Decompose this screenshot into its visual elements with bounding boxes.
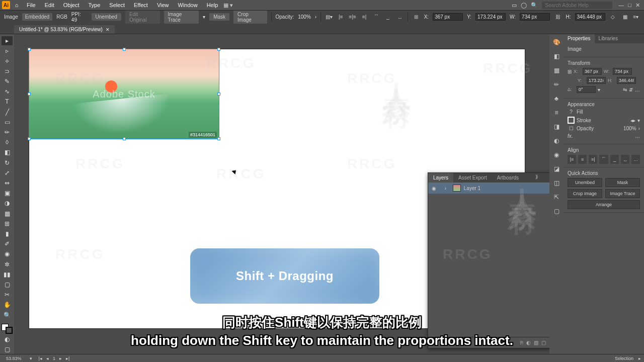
menu-edit[interactable]: Edit <box>41 1 58 9</box>
align-top-icon[interactable]: ⎴ <box>599 155 608 164</box>
stroke-weight-stepper[interactable]: ◂▸ <box>630 118 635 123</box>
color-panel-icon[interactable]: 🎨 <box>551 37 561 47</box>
canvas-viewport[interactable]: Adobe Stock #314416501 Layers Asset Expo… <box>14 34 549 354</box>
artboard-tool-icon[interactable]: ▢ <box>2 280 13 289</box>
layers-tab[interactable]: Layers <box>428 173 453 183</box>
unembed-button[interactable]: Unembed <box>568 178 602 187</box>
menu-type[interactable]: Type <box>85 1 104 9</box>
gradient-tool-icon[interactable]: ▮ <box>2 229 13 238</box>
x-input[interactable] <box>433 13 463 21</box>
menu-effect[interactable]: Effect <box>130 1 151 9</box>
angle-dropdown-icon[interactable]: ▾ <box>598 87 600 93</box>
first-artboard-icon[interactable]: |◂ <box>37 356 44 361</box>
artboard-number[interactable]: 1 <box>51 356 57 361</box>
scale-tool-icon[interactable]: ⤢ <box>2 168 13 177</box>
fill-stroke-swatches[interactable] <box>2 324 13 334</box>
resize-handle[interactable] <box>123 48 126 51</box>
symbol-sprayer-tool-icon[interactable]: ✲ <box>2 259 13 268</box>
opacity-dropdown-icon[interactable]: › <box>638 126 640 131</box>
reference-point-icon[interactable]: ⊞ <box>568 69 572 74</box>
lock-column[interactable] <box>440 186 442 191</box>
placed-image[interactable]: Adobe Stock #314416501 <box>29 49 219 139</box>
line-segment-tool-icon[interactable]: ╱ <box>2 107 13 116</box>
asset-export-tab[interactable]: Asset Export <box>453 173 492 183</box>
menu-object[interactable]: Object <box>60 1 83 9</box>
new-layer-icon[interactable]: ▢ <box>541 340 546 345</box>
zoom-dropdown-icon[interactable]: ▾ <box>30 356 32 361</box>
align-center-v-icon[interactable]: ⎯ <box>610 155 619 164</box>
layers-panel-icon[interactable]: ◫ <box>551 178 561 188</box>
isolation-mode-icon[interactable]: ▦ <box>621 13 629 21</box>
swatches-panel-icon[interactable]: ▦ <box>551 65 561 75</box>
graphic-styles-panel-icon[interactable]: ◪ <box>551 164 561 174</box>
transparency-panel-icon[interactable]: ◐ <box>551 136 561 146</box>
crop-image-button[interactable]: Crop Image <box>233 11 267 24</box>
resize-handle[interactable] <box>217 48 220 51</box>
screen-mode-icon[interactable]: ▢ <box>2 345 13 354</box>
menu-help[interactable]: Help <box>203 1 222 9</box>
layer-name[interactable]: Layer 1 <box>464 186 480 191</box>
last-artboard-icon[interactable]: ▸| <box>64 356 71 361</box>
width-tool-icon[interactable]: ⇔ <box>2 178 13 188</box>
help-search-input[interactable] <box>542 2 612 9</box>
menu-window[interactable]: Window <box>175 1 201 9</box>
y-input[interactable] <box>475 13 506 21</box>
menu-file[interactable]: File <box>23 1 39 9</box>
delete-layer-icon[interactable]: 🗑 <box>549 340 549 345</box>
layer-row[interactable]: ◉ › Layer 1 <box>428 183 549 194</box>
align-right-icon[interactable]: ≡| <box>589 155 597 164</box>
resize-handle[interactable] <box>28 48 31 51</box>
menu-select[interactable]: Select <box>106 1 128 9</box>
align-bottom-icon[interactable]: ⎵ <box>621 155 629 164</box>
preferences-icon[interactable]: ≡▾ <box>632 13 640 21</box>
mesh-tool-icon[interactable]: ⊞ <box>2 219 13 228</box>
artboards-tab[interactable]: Artboards <box>492 173 524 183</box>
stroke-panel-icon[interactable]: ≡ <box>551 108 561 118</box>
resize-handle[interactable] <box>28 93 31 96</box>
transform-reference-icon[interactable]: ⊞ <box>412 13 420 21</box>
opacity-value[interactable]: 100% <box>298 14 311 20</box>
brushes-panel-icon[interactable]: ✏ <box>551 79 561 89</box>
align-top-icon[interactable]: ⎴ <box>372 13 380 21</box>
document-tab[interactable]: Untitled-1* @ 53.83% (RGB/Preview) ✕ <box>14 25 115 34</box>
x-input[interactable] <box>583 68 602 75</box>
type-tool-icon[interactable]: T <box>2 97 13 106</box>
flip-horizontal-icon[interactable]: ⇋ <box>623 87 627 93</box>
h-input[interactable] <box>617 77 636 84</box>
pen-tool-icon[interactable]: ✎ <box>2 77 13 86</box>
draw-mode-icon[interactable]: ◐ <box>2 335 13 344</box>
resize-handle[interactable] <box>123 137 126 140</box>
align-icon[interactable]: ▤▾ <box>325 13 333 21</box>
asset-export-panel-icon[interactable]: ⇱ <box>551 192 561 202</box>
maximize-icon[interactable]: □ <box>628 2 631 9</box>
shaper-tool-icon[interactable]: ◊ <box>2 138 13 147</box>
status-more-icon[interactable]: ▸ <box>638 356 641 361</box>
rotate-tool-icon[interactable]: ↻ <box>2 158 13 167</box>
paintbrush-tool-icon[interactable]: ✏ <box>2 128 13 137</box>
shape-builder-tool-icon[interactable]: ◑ <box>2 199 13 208</box>
disclosure-icon[interactable]: › <box>445 186 450 191</box>
panel-collapse-icon[interactable]: ⟫ <box>533 173 540 183</box>
shear-icon[interactable]: ◇ <box>609 13 617 21</box>
perspective-grid-tool-icon[interactable]: ▦ <box>2 209 13 218</box>
symbols-panel-icon[interactable]: ♣ <box>551 94 561 104</box>
properties-tab[interactable]: Properties <box>564 34 595 43</box>
align-center-h-icon[interactable]: ≡ <box>578 155 587 164</box>
direct-selection-tool-icon[interactable]: ▹ <box>2 46 13 55</box>
image-trace-button[interactable]: Image Trace <box>164 11 199 24</box>
zoom-tool-icon[interactable]: 🔍 <box>2 310 13 319</box>
lasso-tool-icon[interactable]: ⊃ <box>2 67 13 76</box>
opacity-more-icon[interactable]: › <box>315 14 316 20</box>
crop-image-button[interactable]: Crop Image <box>568 189 602 198</box>
h-input[interactable] <box>575 13 605 21</box>
align-left-icon[interactable]: |≡ <box>568 155 576 164</box>
next-artboard-icon[interactable]: ▸ <box>58 356 63 361</box>
locate-object-icon[interactable]: ⎘ <box>520 340 523 345</box>
column-graph-tool-icon[interactable]: ▮▮ <box>2 270 13 279</box>
align-bottom-icon[interactable]: ⎵ <box>396 13 404 21</box>
free-transform-tool-icon[interactable]: ▣ <box>2 189 13 198</box>
gpu-info-icon[interactable]: ◯ <box>521 2 527 9</box>
home-icon[interactable]: ⌂ <box>12 1 21 9</box>
gradient-panel-icon[interactable]: ◨ <box>551 122 561 132</box>
minimize-icon[interactable]: ― <box>618 2 624 9</box>
